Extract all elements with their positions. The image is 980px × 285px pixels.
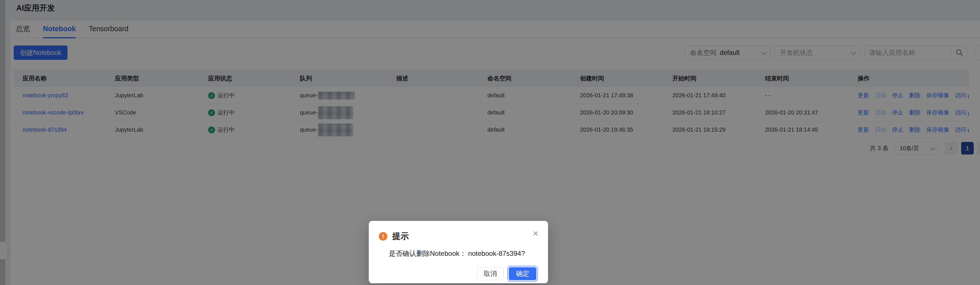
warning-icon: ! — [379, 232, 387, 241]
dialog-header: ! 提示 — [379, 231, 548, 242]
close-icon[interactable]: × — [533, 228, 538, 238]
dialog-message: 是否确认删除Notebook： notebook-87s394? — [389, 249, 539, 258]
delete-confirm-dialog: ! 提示 × 是否确认删除Notebook： notebook-87s394? … — [369, 221, 548, 283]
dialog-title: 提示 — [392, 231, 409, 242]
dialog-footer: 取消 确定 — [369, 267, 548, 280]
cancel-button[interactable]: 取消 — [477, 267, 504, 280]
confirm-button[interactable]: 确定 — [509, 267, 536, 280]
